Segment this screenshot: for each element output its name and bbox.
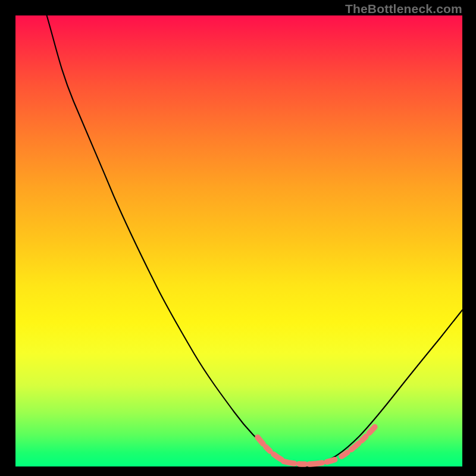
bottleneck-curve — [47, 15, 462, 464]
highlight-left — [258, 437, 286, 462]
plot-frame — [15, 15, 462, 466]
bottleneck-curve-svg — [15, 15, 462, 466]
highlight-right — [342, 424, 377, 456]
highlight-floor — [284, 459, 337, 464]
watermark-text: TheBottleneck.com — [345, 2, 462, 16]
